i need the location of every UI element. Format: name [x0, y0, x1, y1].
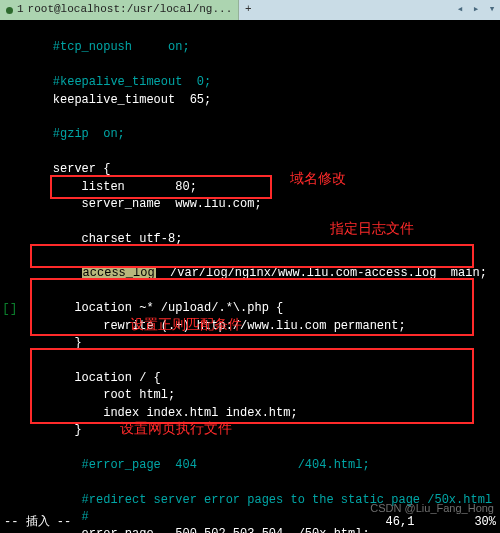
- code-line: listen 80;: [24, 180, 197, 194]
- code-line: #keepalive_timeout 0;: [24, 75, 211, 89]
- code-line: charset utf-8;: [24, 232, 182, 246]
- tab-next-icon[interactable]: ▸: [468, 0, 484, 20]
- code-line: root html;: [24, 388, 175, 402]
- code-line: index index.html index.htm;: [24, 406, 298, 420]
- tab-prev-icon[interactable]: ◂: [452, 0, 468, 20]
- code-line: #gzip on;: [24, 127, 125, 141]
- highlight-access-log: access_log: [82, 266, 156, 280]
- editor-viewport[interactable]: #tcp_nopush on; #keepalive_timeout 0; ke…: [0, 20, 500, 533]
- tab-index: 1: [17, 2, 24, 18]
- new-tab-button[interactable]: +: [239, 0, 257, 20]
- tab-title: root@localhost:/usr/local/ng...: [28, 2, 233, 18]
- tab-session-1[interactable]: 1 root@localhost:/usr/local/ng...: [0, 0, 239, 20]
- watermark: CSDN @Liu_Fang_Hong: [370, 501, 494, 517]
- code-line: location ~* /upload/.*\.php {: [24, 301, 283, 315]
- code-line: server {: [24, 162, 110, 176]
- tab-status-dot: [6, 7, 13, 14]
- code-line: #tcp_nopush on;: [24, 40, 190, 54]
- tabbar-spacer: [257, 0, 452, 20]
- code-line: rewrite (.+) http://www.liu.com permanen…: [24, 319, 406, 333]
- tab-bar: 1 root@localhost:/usr/local/ng... + ◂ ▸ …: [0, 0, 500, 20]
- code-line: location / {: [24, 371, 161, 385]
- code-line: access_log /var/log/nginx/www.liu.com-ac…: [24, 266, 487, 280]
- tab-menu-icon[interactable]: ▾: [484, 0, 500, 20]
- gutter-marker: []: [2, 300, 18, 319]
- vim-mode: -- 插入 --: [4, 514, 71, 531]
- code-text: /var/log/nginx/www.liu.com-access.log ma…: [156, 266, 487, 280]
- code-line: }: [24, 336, 82, 350]
- code-line: }: [24, 423, 82, 437]
- code-line: server_name www.liu.com;: [24, 197, 262, 211]
- code-line: #error_page 404 /404.html;: [24, 458, 370, 472]
- code-line: keepalive_timeout 65;: [24, 93, 211, 107]
